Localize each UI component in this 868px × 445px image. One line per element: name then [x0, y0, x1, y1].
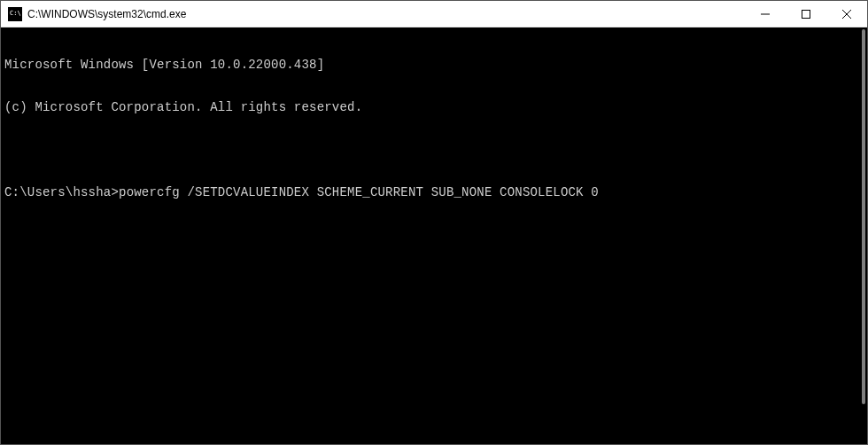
scrollbar-thumb[interactable] [862, 29, 865, 404]
window-controls [745, 1, 867, 27]
maximize-icon [802, 10, 810, 19]
copyright-line: (c) Microsoft Corporation. All rights re… [1, 100, 867, 114]
minimize-icon [761, 10, 770, 19]
command-input[interactable]: powercfg /SETDCVALUEINDEX SCHEME_CURRENT… [119, 185, 599, 199]
vertical-scrollbar[interactable] [853, 27, 867, 444]
minimize-button[interactable] [745, 1, 786, 27]
client-area: Microsoft Windows [Version 10.0.22000.43… [1, 27, 867, 444]
blank-line [1, 143, 867, 157]
svg-rect-1 [802, 10, 810, 18]
close-button[interactable] [826, 1, 867, 27]
cmd-window: C:\WINDOWS\system32\cmd.exe Microsoft Wi… [0, 0, 868, 445]
version-line: Microsoft Windows [Version 10.0.22000.43… [1, 58, 867, 72]
maximize-button[interactable] [786, 1, 826, 27]
prompt: C:\Users\hssha> [4, 185, 119, 199]
close-icon [842, 10, 851, 19]
window-title: C:\WINDOWS\system32\cmd.exe [27, 8, 745, 20]
titlebar[interactable]: C:\WINDOWS\system32\cmd.exe [1, 1, 867, 27]
terminal-output[interactable]: Microsoft Windows [Version 10.0.22000.43… [1, 27, 867, 228]
prompt-line[interactable]: C:\Users\hssha>powercfg /SETDCVALUEINDEX… [1, 185, 867, 199]
cmd-icon [8, 7, 22, 21]
